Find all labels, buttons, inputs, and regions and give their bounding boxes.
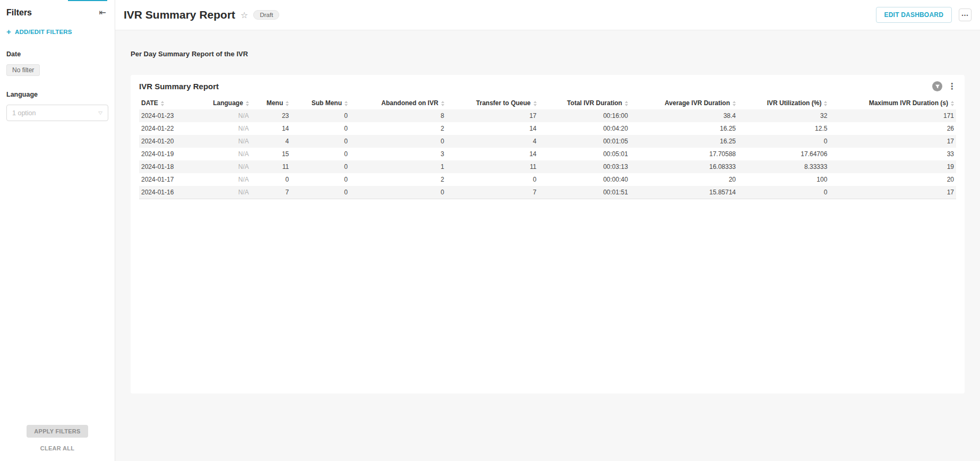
table-cell: 26	[829, 122, 956, 135]
table-cell: 2024-01-23	[139, 109, 210, 122]
column-header-sub-menu[interactable]: Sub Menu	[291, 97, 350, 109]
table-cell: 0	[291, 109, 350, 122]
table-cell: 2024-01-18	[139, 160, 210, 173]
filters-title: Filters	[6, 8, 32, 18]
table-cell: 00:00:40	[539, 173, 630, 186]
table-cell: 11	[251, 160, 291, 173]
dashboard-header: IVR Summary Report ☆ Draft EDIT DASHBOAR…	[115, 0, 980, 30]
sort-icon	[161, 101, 164, 106]
favorite-star-icon[interactable]: ☆	[240, 11, 248, 20]
ivr-table: DATELanguageMenuSub MenuAbandoned on IVR…	[139, 97, 956, 199]
column-header-transfer-to-queue[interactable]: Transfer to Queue	[446, 97, 539, 109]
ivr-summary-card: IVR Summary Report ⋮ DATELanguageMenuSub…	[131, 75, 965, 394]
chart-title: IVR Summary Report	[139, 82, 219, 91]
table-cell: 32	[738, 109, 829, 122]
table-cell: 171	[829, 109, 956, 122]
column-header-abandoned-on-ivr[interactable]: Abandoned on IVR	[350, 97, 446, 109]
date-filter-section: Date No filter	[6, 50, 108, 76]
table-cell: 0	[738, 135, 829, 148]
status-badge: Draft	[253, 10, 279, 20]
table-row: 2024-01-17N/A002000:00:402010020	[139, 173, 956, 186]
table-cell: 0	[251, 173, 291, 186]
table-cell: 2024-01-19	[139, 148, 210, 160]
table-cell: 2024-01-22	[139, 122, 210, 135]
table-cell: N/A	[210, 148, 251, 160]
more-options-button[interactable]: …	[959, 8, 972, 21]
applied-filters-icon[interactable]	[932, 81, 942, 91]
table-row: 2024-01-16N/A700700:01:5115.85714017	[139, 186, 956, 199]
dashboard-content: Per Day Summary Report of the IVR IVR Su…	[115, 30, 980, 461]
column-header-date[interactable]: DATE	[139, 97, 210, 109]
table-cell: 0	[738, 186, 829, 199]
table-cell: 0	[291, 148, 350, 160]
table-cell: 00:16:00	[539, 109, 630, 122]
table-cell: 4	[251, 135, 291, 148]
table-cell: 3	[350, 148, 446, 160]
table-cell: 20	[630, 173, 738, 186]
column-header-maximum-ivr-duration-s[interactable]: Maximum IVR Duration (s)	[829, 97, 956, 109]
add-edit-filters-button[interactable]: + ADD/EDIT FILTERS	[6, 28, 108, 36]
table-cell: 00:01:51	[539, 186, 630, 199]
sort-icon	[286, 101, 289, 106]
apply-filters-button[interactable]: APPLY FILTERS	[27, 425, 88, 438]
table-cell: N/A	[210, 173, 251, 186]
table-cell: 0	[350, 135, 446, 148]
sort-icon	[733, 101, 736, 106]
table-row: 2024-01-19N/A15031400:05:0117.7058817.64…	[139, 148, 956, 160]
column-header-menu[interactable]: Menu	[251, 97, 291, 109]
table-cell: 2024-01-16	[139, 186, 210, 199]
markdown-header-text: Per Day Summary Report of the IVR	[131, 50, 972, 58]
table-cell: 4	[446, 135, 539, 148]
table-cell: 14	[446, 148, 539, 160]
table-cell: N/A	[210, 109, 251, 122]
table-row: 2024-01-18N/A11011100:03:1316.083338.333…	[139, 160, 956, 173]
table-cell: 0	[446, 173, 539, 186]
column-header-language[interactable]: Language	[210, 97, 251, 109]
table-cell: N/A	[210, 122, 251, 135]
table-cell: 23	[251, 109, 291, 122]
table-cell: 12.5	[738, 122, 829, 135]
table-cell: 2	[350, 173, 446, 186]
column-header-total-ivr-duration[interactable]: Total IVR Duration	[539, 97, 630, 109]
table-cell: 16.25	[630, 135, 738, 148]
table-cell: 14	[446, 122, 539, 135]
table-cell: N/A	[210, 135, 251, 148]
filter-footer: APPLY FILTERS CLEAR ALL	[6, 416, 108, 451]
language-select[interactable]: 1 option ▽	[6, 105, 108, 121]
filter-tab-active-indicator	[68, 0, 107, 1]
funnel-icon	[935, 84, 940, 89]
clear-all-button[interactable]: CLEAR ALL	[40, 445, 75, 451]
table-cell: 33	[829, 148, 956, 160]
table-cell: N/A	[210, 160, 251, 173]
date-filter-value-chip: No filter	[6, 64, 40, 76]
column-header-ivr-utilization[interactable]: IVR Utilization (%)	[738, 97, 829, 109]
table-cell: 17.64706	[738, 148, 829, 160]
table-cell: N/A	[210, 186, 251, 199]
table-cell: 0	[291, 186, 350, 199]
table-cell: 19	[829, 160, 956, 173]
filter-sidebar: Filters ⇤ + ADD/EDIT FILTERS Date No fil…	[0, 0, 115, 461]
sort-icon	[951, 101, 954, 106]
page-title: IVR Summary Report	[124, 8, 235, 21]
table-cell: 0	[291, 173, 350, 186]
language-select-value: 1 option	[12, 109, 36, 117]
sort-icon	[534, 101, 537, 106]
table-cell: 17	[446, 109, 539, 122]
table-cell: 2	[350, 122, 446, 135]
table-row: 2024-01-22N/A14021400:04:2016.2512.526	[139, 122, 956, 135]
table-cell: 0	[291, 135, 350, 148]
edit-dashboard-button[interactable]: EDIT DASHBOARD	[876, 7, 952, 23]
table-cell: 1	[350, 160, 446, 173]
table-cell: 0	[291, 160, 350, 173]
date-filter-label: Date	[6, 50, 108, 58]
chevron-down-icon: ▽	[98, 110, 102, 115]
collapse-sidebar-icon[interactable]: ⇤	[97, 7, 108, 18]
chart-menu-icon[interactable]: ⋮	[948, 82, 956, 91]
table-cell: 100	[738, 173, 829, 186]
sort-icon	[441, 101, 444, 106]
table-cell: 16.08333	[630, 160, 738, 173]
table-cell: 0	[350, 186, 446, 199]
sort-icon	[824, 101, 827, 106]
column-header-average-ivr-duration[interactable]: Average IVR Duration	[630, 97, 738, 109]
language-filter-label: Language	[6, 91, 108, 98]
